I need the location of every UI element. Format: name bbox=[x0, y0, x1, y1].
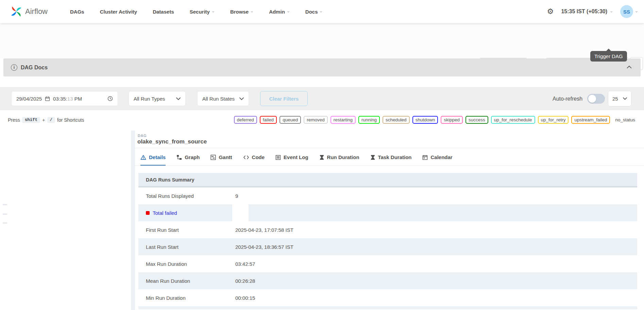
run-states-select[interactable]: All Run States bbox=[197, 91, 249, 106]
tab-calendar[interactable]: Calendar bbox=[422, 152, 452, 166]
caret-down-icon bbox=[635, 11, 638, 13]
tab-gantt[interactable]: Gantt bbox=[210, 152, 232, 166]
grid-placeholder-dash bbox=[3, 204, 7, 205]
user-menu[interactable]: SS bbox=[620, 5, 638, 18]
dag-runs-summary-table: DAG Runs Summary Total Runs Displayed 9 … bbox=[138, 173, 637, 309]
warning-triangle-icon bbox=[140, 155, 146, 160]
avatar: SS bbox=[620, 5, 633, 18]
legend-badge-skipped[interactable]: skipped bbox=[441, 116, 463, 124]
page-size-select[interactable]: 25 bbox=[608, 91, 631, 106]
table-row: Max Run Duration 03:42:57 bbox=[138, 255, 637, 272]
airflow-logo[interactable]: Airflow bbox=[10, 5, 48, 18]
timezone-selector[interactable]: 15:35 IST (+05:30) bbox=[561, 8, 613, 15]
tab-details[interactable]: Details bbox=[140, 152, 166, 166]
legend-badge-shutdown[interactable]: shutdown bbox=[412, 116, 438, 124]
table-row: Total Runs Displayed 9 bbox=[138, 187, 637, 204]
graph-icon bbox=[176, 155, 182, 160]
tab-graph[interactable]: Graph bbox=[176, 152, 200, 166]
clock-icon bbox=[107, 96, 113, 101]
table-row: Last Run Start 2025-04-23, 18:36:57 IST bbox=[138, 238, 637, 255]
hourglass-icon bbox=[370, 155, 375, 160]
run-types-select[interactable]: All Run Types bbox=[129, 91, 186, 106]
table-row: Min Run Duration 00:00:15 bbox=[138, 289, 637, 306]
clear-filters-button[interactable]: Clear Filters bbox=[260, 91, 308, 106]
date-value: 29/04/2025 bbox=[16, 96, 42, 102]
legend-badge-running[interactable]: running bbox=[358, 116, 380, 124]
brand-name: Airflow bbox=[25, 7, 48, 16]
caret-down-icon bbox=[251, 11, 253, 13]
caret-down-icon bbox=[610, 11, 613, 13]
failed-state-swatch bbox=[146, 211, 150, 215]
shortcut-hint: Press shift + / for Shortcuts bbox=[8, 117, 84, 123]
total-failed-link[interactable]: Total failed bbox=[153, 210, 177, 216]
legend-badge-no-status: no_status bbox=[613, 117, 635, 123]
hourglass-icon bbox=[319, 155, 324, 160]
gantt-icon bbox=[210, 155, 216, 160]
table-row: First Run Start 2025-04-23, 17:07:58 IST bbox=[138, 221, 637, 238]
chevron-up-icon[interactable] bbox=[627, 65, 632, 69]
tab-code[interactable]: Code bbox=[243, 152, 265, 166]
legend-badge-deferred[interactable]: deferred bbox=[234, 116, 257, 124]
trigger-dag-tooltip: Trigger DAG bbox=[590, 51, 627, 62]
hint-legend-row: Press shift + / for Shortcuts deferred f… bbox=[0, 114, 644, 126]
kbd-slash: / bbox=[47, 117, 55, 123]
legend-badge-queued[interactable]: queued bbox=[279, 116, 301, 124]
empty-value-cell bbox=[232, 204, 249, 221]
airflow-pinwheel-icon bbox=[10, 5, 22, 18]
dag-docs-accordion[interactable]: i DAG Docs bbox=[3, 58, 641, 76]
caret-down-icon bbox=[320, 11, 322, 13]
legend-badge-success[interactable]: success bbox=[465, 116, 488, 124]
tab-event-log[interactable]: Event Log bbox=[275, 152, 308, 166]
page-size-value: 25 bbox=[612, 96, 618, 102]
run-types-value: All Run Types bbox=[134, 96, 165, 102]
gear-icon[interactable]: ⚙ bbox=[547, 8, 554, 15]
legend-badge-failed[interactable]: failed bbox=[260, 116, 277, 124]
toggle-knob bbox=[588, 95, 596, 103]
legend-badge-scheduled[interactable]: scheduled bbox=[383, 116, 410, 124]
kbd-shift: shift bbox=[22, 117, 40, 123]
panel-resize-handle[interactable] bbox=[131, 131, 135, 310]
main-content: DAG olake_sync_from_source Details Graph bbox=[0, 131, 644, 310]
auto-refresh-toggle[interactable] bbox=[587, 94, 605, 104]
tooltip-arrow bbox=[606, 49, 611, 51]
table-row-partial bbox=[138, 306, 637, 309]
divider bbox=[135, 148, 644, 148]
nav-item-browse[interactable]: Browse bbox=[230, 9, 253, 15]
chevron-down-icon bbox=[176, 97, 181, 100]
nav-item-datasets[interactable]: Datasets bbox=[153, 9, 174, 15]
legend-badge-upstream-failed[interactable]: upstream_failed bbox=[571, 116, 610, 124]
legend-badge-removed[interactable]: removed bbox=[304, 116, 328, 124]
chevron-down-icon bbox=[239, 97, 244, 100]
base-date-input[interactable]: 29/04/2025 03:35:13 PM bbox=[11, 91, 118, 106]
caret-down-icon bbox=[287, 11, 290, 13]
run-states-value: All Run States bbox=[202, 96, 235, 102]
nav-item-security[interactable]: Security bbox=[190, 9, 215, 15]
legend-badge-up-for-reschedule[interactable]: up_for_reschedule bbox=[491, 116, 535, 124]
chevron-down-icon bbox=[623, 97, 627, 100]
nav-item-admin[interactable]: Admin bbox=[269, 9, 290, 15]
auto-refresh-label: Auto-refresh bbox=[553, 96, 582, 102]
auto-refresh-control: Auto-refresh bbox=[553, 94, 605, 104]
table-row: Mean Run Duration 00:26:28 bbox=[138, 272, 637, 289]
filters-toolbar: 29/04/2025 03:35:13 PM All Run Types All… bbox=[0, 87, 644, 110]
time-value: 03:35:13 PM bbox=[53, 96, 82, 102]
nav-menu: DAGs Cluster Activity Datasets Security … bbox=[70, 9, 322, 15]
navbar-right: ⚙ 15:35 IST (+05:30) SS bbox=[547, 0, 638, 23]
legend-badge-restarting[interactable]: restarting bbox=[331, 116, 356, 124]
clock-text: 15:35 IST (+05:30) bbox=[561, 8, 607, 15]
panel-kicker: DAG bbox=[138, 134, 147, 138]
grid-panel bbox=[0, 131, 131, 310]
grid-placeholder-dash bbox=[3, 222, 7, 224]
table-row: Total failed bbox=[138, 204, 637, 221]
tooltip-text: Trigger DAG bbox=[594, 53, 623, 59]
legend-badge-up-for-retry[interactable]: up_for_retry bbox=[538, 116, 569, 124]
nav-item-dags[interactable]: DAGs bbox=[70, 9, 84, 15]
caret-down-icon bbox=[212, 11, 215, 13]
tab-task-duration[interactable]: Task Duration bbox=[370, 152, 412, 166]
tab-run-duration[interactable]: Run Duration bbox=[319, 152, 359, 166]
details-panel: DAG olake_sync_from_source Details Graph bbox=[135, 131, 644, 310]
code-icon bbox=[243, 155, 249, 160]
nav-item-cluster-activity[interactable]: Cluster Activity bbox=[100, 9, 137, 15]
nav-item-docs[interactable]: Docs bbox=[305, 9, 323, 15]
detail-tabs: Details Graph Gantt bbox=[140, 152, 453, 166]
